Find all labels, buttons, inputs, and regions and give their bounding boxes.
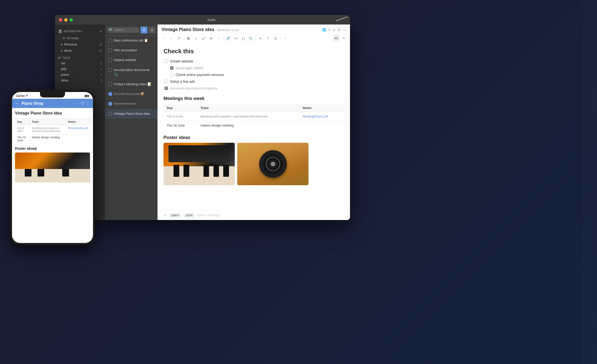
table-cell-topic: Interior design meeting xyxy=(198,121,300,130)
checklist-btn[interactable]: ☑ xyxy=(272,35,279,42)
editor-toolbar: ← → ↗ B I 🖊 S ··· 🔗 <> { } 📎 ≡ ⒈ ☑ ··· xyxy=(158,34,350,43)
minimize-button[interactable] xyxy=(64,18,68,22)
phone-content[interactable]: Vintage Piano Store Idea Day Topic Notes… xyxy=(12,108,93,243)
lang-label: fr xyxy=(328,28,330,32)
note-checkbox[interactable] xyxy=(108,58,112,62)
phone-table-row: Thu 10 June Interior design meeting xyxy=(15,134,90,144)
check-box[interactable] xyxy=(164,80,168,83)
note-checkbox[interactable] xyxy=(108,48,112,52)
code-btn[interactable]: <> xyxy=(232,35,239,42)
phone-screen: Carrier 〒 6:38 PM ▮▮▮ ← Piano Shop ▽ ⋮ V… xyxy=(12,92,93,243)
editor-date: 03/06/2021 16:49 xyxy=(217,28,239,32)
more-options-btn[interactable]: ··· xyxy=(282,35,288,42)
ol-btn[interactable]: ⒈ xyxy=(265,35,271,42)
search-input[interactable] xyxy=(114,28,137,32)
sidebar-item-work[interactable]: ▶ Work 14 xyxy=(55,48,105,54)
table-row: Thu 10 June Interior design meeting xyxy=(164,121,344,130)
highlight-btn[interactable]: 🖊 xyxy=(200,35,207,42)
check-box-checked[interactable] xyxy=(170,66,174,70)
phone-notch xyxy=(40,92,65,98)
note-item-incorporation[interactable]: Incorporation documents 📎 xyxy=(105,65,158,80)
nav-title: Piano Shop xyxy=(22,101,79,106)
list-view-icon[interactable]: ⊞ xyxy=(148,26,156,34)
note-item-gopick[interactable]: ✓ Go pick up parcel 📦 xyxy=(105,89,158,99)
note-checkbox[interactable] xyxy=(108,112,112,116)
note-list-panel: 🔍 ☰ ⊞ 8am conference call 📋 Hire account… xyxy=(105,24,158,220)
bold-btn[interactable]: B xyxy=(185,35,192,42)
tags-add-placeholder[interactable]: Click to add tags... xyxy=(197,214,222,217)
phone-meeting-link[interactable]: MeetingNotes.pdf xyxy=(68,127,88,130)
search-icon: 🔍 xyxy=(109,28,113,32)
rich-text-btn[interactable]: ✎ xyxy=(340,35,347,42)
table-header-day: Day xyxy=(164,104,198,112)
check-box-checked[interactable] xyxy=(164,86,168,90)
back-button[interactable]: ← xyxy=(15,101,20,106)
vinyl-poster-image xyxy=(237,143,308,185)
markdown-view-btn[interactable]: MD xyxy=(333,35,340,42)
tag-store[interactable]: store xyxy=(183,213,195,218)
meetings-table: Day Topic Notes Tue 8 June Meeting with … xyxy=(164,104,344,130)
more-btn[interactable]: ··· xyxy=(215,35,222,42)
checklist-schedule-meeting: Schedule meeting with agency xyxy=(164,86,344,91)
ul-btn[interactable]: ≡ xyxy=(257,35,264,42)
layout-icon[interactable]: ⊠ xyxy=(338,28,340,32)
note-item-hire[interactable]: Hire accountant xyxy=(105,46,158,55)
add-notebook-button[interactable]: + xyxy=(100,29,102,34)
strikethrough-btn[interactable]: S xyxy=(208,35,214,42)
link-btn[interactable]: 🔗 xyxy=(225,35,232,42)
editor-panel: Vintage Piano Store idea 03/06/2021 16:4… xyxy=(158,24,350,220)
note-item-deploy[interactable]: Deploy website xyxy=(105,55,158,65)
back-btn[interactable]: ← xyxy=(160,35,167,42)
sub-checklist: Get a logo - done! Check online payment … xyxy=(164,66,344,78)
table-header-notes: Notes xyxy=(300,104,344,112)
content-heading-check: Check this xyxy=(164,48,344,55)
external-link-btn[interactable]: ↗ xyxy=(176,35,182,42)
meeting-notes-link[interactable]: MeetingNotes.pdf xyxy=(302,114,328,118)
sidebar-item-personal[interactable]: ▶ Personal 13 xyxy=(55,41,105,48)
tag-piano[interactable]: piano xyxy=(169,213,181,218)
sidebar-tag-store[interactable]: store 1 xyxy=(55,78,105,83)
sidebar-toggle-icon[interactable]: ⊟ xyxy=(332,28,336,32)
note-checkbox[interactable] xyxy=(108,68,112,72)
grid-view-icon[interactable]: ☰ xyxy=(140,26,148,34)
attachment-btn[interactable]: 📎 xyxy=(248,35,254,42)
check-box[interactable] xyxy=(164,60,168,63)
italic-btn[interactable]: I xyxy=(193,35,199,42)
editor-title-row: Vintage Piano Store idea 03/06/2021 16:4… xyxy=(162,27,238,32)
editor-header: Vintage Piano Store idea 03/06/2021 16:4… xyxy=(158,24,350,34)
note-item-fridays[interactable]: Friday's Meeting notes 📝 xyxy=(105,80,158,89)
info-icon[interactable]: ⓘ xyxy=(342,28,346,32)
note-item-vintage[interactable]: Vintage Piano Store idea xyxy=(105,109,158,119)
filter-icon[interactable]: ▽ xyxy=(81,101,84,106)
table-cell-notes xyxy=(300,121,344,130)
tags-header: 🏷 TAGS xyxy=(55,54,105,60)
piano-poster-image: ✦✦✦ xyxy=(164,143,235,185)
traffic-lights xyxy=(59,18,73,22)
phone-meetings-table: Day Topic Notes Tue 8 June Meeting with … xyxy=(15,118,90,144)
sidebar-tag-car[interactable]: car 1 xyxy=(55,60,105,66)
maximize-button[interactable] xyxy=(70,18,73,22)
table-cell-topic: Meeting with supplier - ask about that d… xyxy=(198,112,300,121)
note-checkbox-checked[interactable]: ✓ xyxy=(108,92,112,96)
close-button[interactable] xyxy=(59,18,62,22)
table-cell-day: Thu 10 June xyxy=(164,121,198,130)
desktop-window: Joplin 📓 NOTEBOOKS + ☰ All notes ▶ Perso… xyxy=(55,15,350,220)
note-checkbox[interactable] xyxy=(108,82,112,86)
code-block-btn[interactable]: { } xyxy=(240,35,246,42)
check-box[interactable] xyxy=(170,73,174,76)
forward-btn[interactable]: → xyxy=(168,35,174,42)
editor-content[interactable]: Check this Create website Get a logo - d… xyxy=(158,43,350,210)
checklist-create-website: Create website xyxy=(164,59,344,64)
sidebar-tag-jelly[interactable]: jelly 1 xyxy=(55,66,105,72)
sidebar-tag-piano[interactable]: piano 1 xyxy=(55,72,105,78)
search-wrapper[interactable]: 🔍 xyxy=(107,27,139,33)
note-checkbox-checked[interactable]: ✓ xyxy=(108,102,112,106)
note-item-8am[interactable]: 8am conference call 📋 xyxy=(105,36,158,46)
arrow-icon: ▶ xyxy=(61,43,63,46)
more-icon[interactable]: ⋮ xyxy=(86,101,90,106)
globe-icon[interactable]: 🌐 xyxy=(322,28,326,32)
sidebar-item-all-notes[interactable]: ☰ All notes xyxy=(55,35,105,41)
phone-nav-bar: ← Piano Shop ▽ ⋮ xyxy=(12,99,93,108)
note-item-bookcar[interactable]: ✓ Book rental car xyxy=(105,99,158,109)
note-checkbox[interactable] xyxy=(108,39,112,42)
